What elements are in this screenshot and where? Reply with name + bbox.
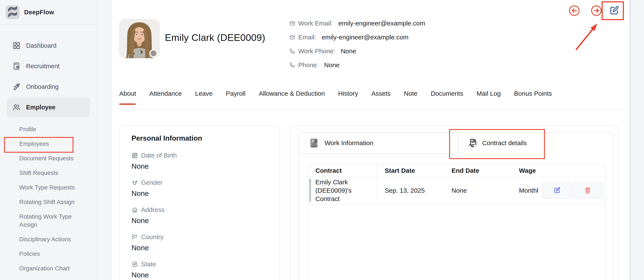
delete-contract-button[interactable]	[573, 182, 602, 199]
tab-assets[interactable]: Assets	[372, 90, 391, 97]
tab-mail-log[interactable]: Mail Log	[476, 90, 501, 97]
sidebar-item-disciplinary-actions[interactable]: Disciplinary Actions	[0, 232, 90, 246]
sidebar-item-rotating-work-type-assign[interactable]: Rotating Work Type Assign	[0, 209, 90, 232]
employee-name: Emily Clark (DEE0009)	[165, 32, 265, 43]
sidebar-item-rotating-shift-assign[interactable]: Rotating Shift Assign	[0, 195, 90, 209]
sidebar-item-label: Dashboard	[26, 42, 56, 49]
contact-label: Phone:	[298, 62, 318, 69]
tab-label: Work Information	[324, 139, 374, 147]
sidebar-item-onboarding[interactable]: Onboarding	[0, 76, 97, 97]
tab-documents[interactable]: Documents	[431, 90, 463, 97]
next-employee-button[interactable]	[590, 4, 602, 17]
app-logo[interactable]: DeepFlow	[0, 0, 97, 25]
sidebar: DeepFlow Dashboard Recruitment Onboardin…	[0, 0, 98, 280]
cell-end-date: None	[452, 187, 467, 194]
circle-arrow-left-icon	[568, 4, 580, 17]
tab-note[interactable]: Note	[404, 90, 418, 97]
field-country: Country None	[132, 233, 268, 252]
compass-icon	[132, 261, 138, 268]
trash-icon	[584, 187, 591, 194]
tab-allowance-deduction[interactable]: Allowance & Deduction	[259, 90, 325, 97]
field-date-of-birth: Date of Birth None	[132, 152, 268, 170]
contact-value: emily-engineer@example.com	[338, 20, 425, 27]
mail-icon	[290, 20, 295, 26]
waves-icon	[6, 5, 20, 19]
edit-contract-button[interactable]	[542, 182, 572, 199]
sidebar-item-label: Recruitment	[26, 63, 60, 70]
personal-information-card: Personal Information Date of Birth None …	[119, 125, 280, 280]
sidebar-item-shift-requests[interactable]: Shift Requests	[0, 166, 90, 180]
home-icon	[132, 206, 138, 213]
sidebar-item-dashboard[interactable]: Dashboard	[0, 35, 97, 56]
tab-label: Contract details	[482, 139, 527, 147]
contract-table-row[interactable]: Emily Clark (DEE0009)'s Contract Sep. 13…	[308, 176, 605, 204]
cell-wage: Monthl	[519, 187, 538, 194]
avatar-status-badge[interactable]	[150, 49, 158, 57]
rocket-icon	[12, 83, 20, 91]
sidebar-item-work-type-requests[interactable]: Work Type Requests	[0, 180, 90, 195]
contact-value: None	[324, 62, 340, 69]
app-name: DeepFlow	[24, 9, 54, 16]
field-gender: Gender None	[132, 179, 268, 198]
field-label: Gender	[141, 179, 162, 186]
previous-employee-button[interactable]	[568, 4, 580, 17]
tab-attendance[interactable]: Attendance	[149, 90, 182, 97]
contract-handshake-icon	[467, 138, 478, 148]
field-address: Address None	[132, 206, 268, 225]
circle-arrow-right-icon	[590, 4, 602, 17]
tab-contract-details[interactable]: Contract details	[467, 137, 527, 149]
sidebar-item-employee[interactable]: Employee	[7, 98, 90, 117]
contract-table: Contract Start Date End Date Wage Emily …	[308, 164, 606, 280]
sidebar-item-label: Employee	[26, 104, 56, 111]
tab-history[interactable]: History	[338, 90, 358, 97]
field-value: None	[132, 189, 268, 198]
column-header-start-date: Start Date	[377, 167, 444, 174]
contact-list: Work Email: emily-engineer@example.com E…	[290, 18, 425, 70]
row-accent-bar	[309, 178, 311, 202]
flag-icon	[132, 234, 138, 240]
contact-label: Work Email:	[298, 20, 333, 27]
id-card-icon	[12, 62, 20, 70]
sidebar-subnav: Profile Employees Document Requests Shif…	[0, 122, 97, 276]
contact-value: emily-engineer@example.com	[322, 34, 408, 41]
tab-work-information[interactable]: Work Information	[299, 132, 458, 154]
sidebar-item-organization-chart[interactable]: Organization Chart	[0, 261, 90, 276]
tabs-divider	[119, 110, 622, 110]
sidebar-item-policies[interactable]: Policies	[0, 246, 90, 261]
contact-row-email: Email: emily-engineer@example.com	[290, 32, 425, 42]
id-document-icon	[309, 138, 319, 148]
sidebar-item-recruitment[interactable]: Recruitment	[0, 56, 97, 76]
sidebar-nav: Dashboard Recruitment Onboarding Employe…	[0, 25, 97, 117]
contact-row-work-phone: Work Phone: None	[290, 46, 425, 56]
tab-payroll[interactable]: Payroll	[226, 90, 246, 97]
field-value: None	[132, 271, 268, 279]
edit-pencil-square-icon	[554, 187, 561, 194]
sidebar-item-document-requests[interactable]: Document Requests	[0, 151, 90, 166]
grid-icon	[12, 42, 20, 50]
field-label: Date of Birth	[141, 152, 177, 159]
edit-employee-button[interactable]	[609, 5, 620, 16]
employee-profile-page: DeepFlow Dashboard Recruitment Onboardin…	[0, 0, 644, 280]
tab-leave[interactable]: Leave	[195, 90, 212, 97]
tab-about[interactable]: About	[119, 90, 136, 97]
gender-icon	[132, 180, 138, 186]
field-label: Country	[141, 233, 164, 240]
field-label: State	[141, 260, 156, 268]
contact-value: None	[341, 48, 356, 55]
phone-icon	[290, 62, 295, 68]
mail-icon	[290, 34, 295, 40]
column-header-wage: Wage	[514, 167, 542, 174]
cell-contract-name: Emily Clark (DEE0009)'s Contract	[315, 178, 376, 203]
calendar-icon	[132, 152, 138, 159]
sidebar-item-profile[interactable]: Profile	[0, 122, 90, 136]
active-tab-underline	[119, 104, 136, 105]
tab-bonus-points[interactable]: Bonus Points	[514, 90, 552, 97]
contact-label: Work Phone:	[298, 48, 335, 55]
column-header-contract: Contract	[308, 165, 377, 176]
contract-table-header: Contract Start Date End Date Wage	[308, 165, 605, 176]
column-header-end-date: End Date	[444, 167, 514, 174]
field-label: Address	[141, 206, 165, 214]
sidebar-item-employees[interactable]: Employees	[0, 136, 90, 151]
field-value: None	[132, 162, 268, 170]
contact-label: Email:	[298, 34, 316, 41]
